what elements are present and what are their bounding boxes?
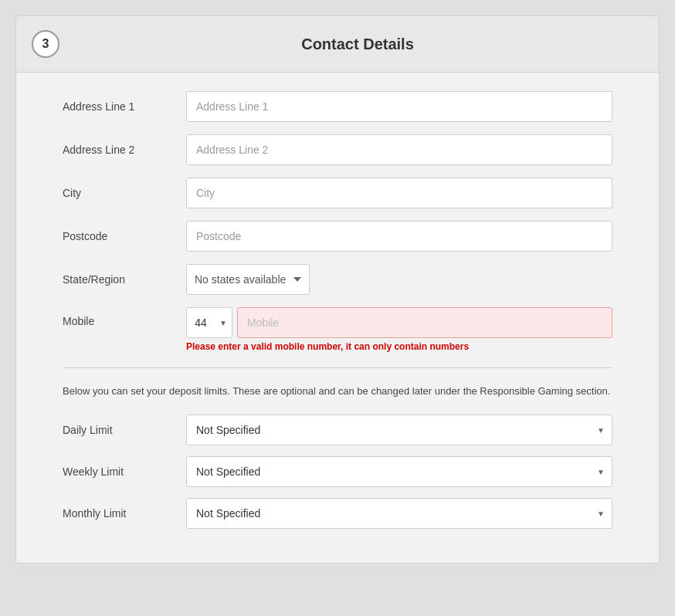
card-header: 3 Contact Details	[16, 16, 659, 73]
section-divider	[63, 367, 612, 368]
address-line-1-input[interactable]	[186, 91, 612, 122]
state-region-row: State/Region No states available	[63, 264, 612, 295]
monthly-limit-select-wrapper: Not Specified 100 200 500 1000 2000 ▼	[186, 498, 612, 529]
mobile-code-wrapper: ▼	[186, 307, 232, 338]
mobile-row: Mobile ▼ Please enter a valid mobile num…	[63, 307, 612, 352]
mobile-label: Mobile	[63, 307, 186, 327]
daily-limit-label: Daily Limit	[63, 424, 186, 436]
mobile-error-message: Please enter a valid mobile number, it c…	[186, 341, 612, 352]
daily-limit-select-wrapper: Not Specified 10 25 50 100 200 500 ▼	[186, 415, 612, 445]
daily-limit-row: Daily Limit Not Specified 10 25 50 100 2…	[63, 415, 612, 445]
address-line-1-row: Address Line 1	[63, 91, 612, 122]
mobile-country-code-input[interactable]	[187, 316, 215, 329]
address-line-2-label: Address Line 2	[63, 144, 186, 156]
weekly-limit-select[interactable]: Not Specified 50 100 200 500 1000	[186, 456, 612, 487]
mobile-field-wrapper: ▼ Please enter a valid mobile number, it…	[186, 307, 612, 352]
city-input[interactable]	[186, 178, 612, 208]
mobile-code-chevron-icon[interactable]: ▼	[215, 319, 232, 327]
daily-limit-select[interactable]: Not Specified 10 25 50 100 200 500	[186, 415, 612, 445]
contact-details-card: 3 Contact Details Address Line 1 Address…	[15, 15, 660, 564]
mobile-inputs: ▼	[186, 307, 612, 338]
monthly-limit-row: Monthly Limit Not Specified 100 200 500 …	[63, 498, 612, 529]
step-badge: 3	[32, 30, 59, 58]
address-line-1-label: Address Line 1	[63, 100, 186, 113]
page-title: Contact Details	[72, 36, 643, 53]
address-line-2-input[interactable]	[186, 134, 612, 165]
weekly-limit-select-wrapper: Not Specified 50 100 200 500 1000 ▼	[186, 456, 612, 487]
deposit-limits-info: Below you can set your deposit limits. T…	[63, 384, 612, 399]
weekly-limit-label: Weekly Limit	[63, 465, 186, 478]
city-row: City	[63, 178, 612, 208]
card-body: Address Line 1 Address Line 2 City Postc…	[16, 73, 659, 563]
monthly-limit-label: Monthly Limit	[63, 507, 186, 520]
city-label: City	[63, 187, 186, 199]
postcode-input[interactable]	[186, 221, 612, 252]
monthly-limit-select[interactable]: Not Specified 100 200 500 1000 2000	[186, 498, 612, 529]
state-region-select[interactable]: No states available	[186, 264, 310, 295]
address-line-2-row: Address Line 2	[63, 134, 612, 165]
postcode-label: Postcode	[63, 230, 186, 242]
mobile-number-input[interactable]	[237, 307, 612, 338]
postcode-row: Postcode	[63, 221, 612, 252]
step-number: 3	[42, 37, 49, 51]
state-region-label: State/Region	[63, 273, 186, 286]
weekly-limit-row: Weekly Limit Not Specified 50 100 200 50…	[63, 456, 612, 487]
